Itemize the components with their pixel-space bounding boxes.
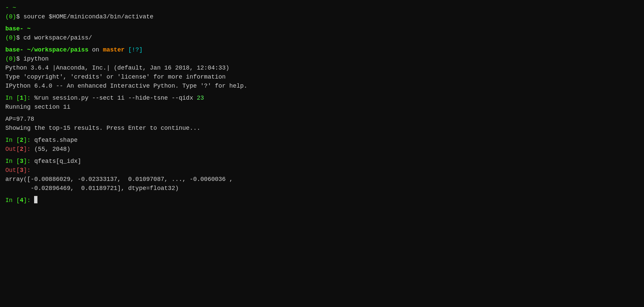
spacer1 [5,21,639,24]
line-in2: In [2]: qfeats.shape [5,136,639,145]
spacer7 [5,193,639,196]
line-base-path: base- ~/workspace/paiss on master [!?] [5,45,639,55]
line-base-tilde: base- ~ [5,24,639,33]
terminal-text: 3 [20,157,23,166]
line-ipython-cmd: (0)$ ipython [5,55,639,64]
terminal-text: master [103,45,125,55]
terminal-text: In [ [5,196,20,205]
terminal-text: ]: [23,94,34,103]
terminal-text: Type 'copyright', 'credits' or 'license'… [5,73,226,82]
terminal-text: 23 [197,94,204,103]
terminal-text: Out[ [5,145,20,154]
line-array2: -0.02896469, 0.01189721], dtype=float32) [5,184,639,193]
line-type-copyright: Type 'copyright', 'credits' or 'license'… [5,73,639,82]
terminal-text: Python 3.6.4 |Anaconda, Inc.| (default, … [5,64,229,73]
spacer5 [5,133,639,136]
line-cd-cmd: (0)$ cd workspace/paiss/ [5,33,639,42]
line-python-version: Python 3.6.4 |Anaconda, Inc.| (default, … [5,64,639,73]
terminal-text: Running section 1i [5,103,70,112]
line-showing-top: Showing the top-15 results. Press Enter … [5,124,639,133]
terminal-text: ]: [23,166,31,175]
terminal-text: qfeats.shape [34,136,78,145]
terminal-text: ]: [23,136,34,145]
terminal-text: Showing the top-15 results. Press Enter … [5,124,200,133]
terminal-text: $ ipython [16,55,48,64]
terminal-text: $ cd workspace/paiss/ [16,33,92,42]
terminal-text: Out[ [5,166,20,175]
terminal-text: base- ~/workspace/paiss [5,45,88,55]
terminal-text: (0) [5,55,16,64]
terminal-text: 2 [20,145,23,154]
spacer4 [5,112,639,115]
spacer2 [5,42,639,45]
terminal-text: IPython 6.4.0 -- An enhanced Interactive… [5,82,247,91]
terminal-text: (55, 2048) [34,145,70,154]
terminal-text: array([-0.00886029, -0.02333137, 0.01097… [5,175,233,184]
line-array1: array([-0.00886029, -0.02333137, 0.01097… [5,175,639,184]
line-in4: In [4]: [5,196,639,205]
terminal-text: qfeats[q_idx] [34,157,81,166]
line-running-section: Running section 1i [5,103,639,112]
line-source-cmd: (0)$ source $HOME/miniconda3/bin/activat… [5,12,639,21]
terminal-text: $ [16,12,20,21]
terminal-text: AP=97.78 [5,115,34,124]
terminal-text: (0) [5,33,16,42]
spacer3 [5,91,639,94]
terminal-text: %run session.py --sect 1i --hide-tsne --… [34,94,197,103]
line-out3: Out[3]: [5,166,639,175]
line-ap: AP=97.78 [5,115,639,124]
terminal-text: In [ [5,94,20,103]
terminal-cursor [34,196,37,203]
terminal-text: 2 [20,136,23,145]
terminal-text: 1 [20,94,23,103]
terminal-text: In [ [5,136,20,145]
terminal-text: ]: [23,196,34,205]
terminal-text: source $HOME/miniconda3/bin/activate [20,12,153,21]
line-tilde: - ~ [5,3,639,12]
terminal-text: - ~ [5,3,16,12]
terminal-text: on [88,45,103,55]
terminal-text: In [ [5,157,20,166]
line-ipython-version: IPython 6.4.0 -- An enhanced Interactive… [5,82,639,91]
line-out2: Out[2]: (55, 2048) [5,145,639,154]
line-in1: In [1]: %run session.py --sect 1i --hide… [5,94,639,103]
terminal-text: (0) [5,12,16,21]
terminal: - ~(0)$ source $HOME/miniconda3/bin/acti… [5,3,639,205]
terminal-text: [!?] [124,45,142,55]
terminal-text: ]: [23,145,34,154]
line-in3: In [3]: qfeats[q_idx] [5,157,639,166]
terminal-text: base- ~ [5,24,31,33]
terminal-text: ]: [23,157,34,166]
terminal-text: 3 [20,166,23,175]
terminal-text: 4 [20,196,23,205]
spacer6 [5,154,639,157]
terminal-text: -0.02896469, 0.01189721], dtype=float32) [5,184,179,193]
